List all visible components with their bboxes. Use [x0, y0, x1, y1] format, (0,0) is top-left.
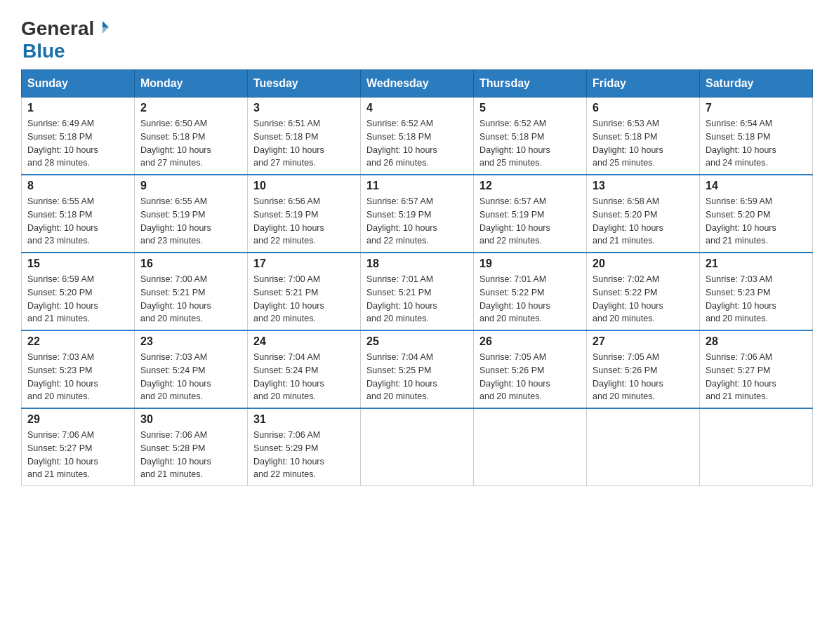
calendar-cell: 7Sunrise: 6:54 AMSunset: 5:18 PMDaylight…	[700, 98, 813, 175]
day-info: Sunrise: 7:00 AMSunset: 5:21 PMDaylight:…	[140, 273, 241, 326]
day-info: Sunrise: 6:52 AMSunset: 5:18 PMDaylight:…	[479, 117, 581, 170]
day-number: 22	[27, 335, 128, 348]
calendar-week-row: 1Sunrise: 6:49 AMSunset: 5:18 PMDaylight…	[22, 98, 813, 175]
day-number: 14	[706, 180, 807, 192]
calendar-cell: 3Sunrise: 6:51 AMSunset: 5:18 PMDaylight…	[248, 98, 361, 175]
day-number: 31	[253, 413, 355, 426]
calendar-cell: 6Sunrise: 6:53 AMSunset: 5:18 PMDaylight…	[587, 98, 700, 175]
day-number: 30	[140, 413, 241, 426]
day-of-week-header: Wednesday	[361, 70, 474, 98]
day-info: Sunrise: 6:55 AMSunset: 5:19 PMDaylight:…	[140, 195, 241, 248]
calendar-cell	[700, 408, 813, 486]
day-of-week-header: Monday	[135, 70, 248, 98]
calendar-cell: 2Sunrise: 6:50 AMSunset: 5:18 PMDaylight…	[135, 98, 248, 175]
calendar-cell: 29Sunrise: 7:06 AMSunset: 5:27 PMDayligh…	[22, 408, 135, 486]
day-info: Sunrise: 6:53 AMSunset: 5:18 PMDaylight:…	[593, 117, 694, 170]
day-number: 12	[479, 180, 581, 192]
calendar-cell: 28Sunrise: 7:06 AMSunset: 5:27 PMDayligh…	[700, 330, 813, 408]
day-number: 1	[27, 102, 128, 114]
day-info: Sunrise: 6:51 AMSunset: 5:18 PMDaylight:…	[253, 117, 355, 170]
day-info: Sunrise: 6:59 AMSunset: 5:20 PMDaylight:…	[27, 273, 128, 326]
svg-marker-0	[102, 21, 109, 27]
calendar-cell: 15Sunrise: 6:59 AMSunset: 5:20 PMDayligh…	[22, 253, 135, 330]
calendar-cell: 21Sunrise: 7:03 AMSunset: 5:23 PMDayligh…	[700, 253, 813, 330]
day-info: Sunrise: 7:03 AMSunset: 5:23 PMDaylight:…	[706, 273, 807, 326]
day-info: Sunrise: 6:59 AMSunset: 5:20 PMDaylight:…	[706, 195, 807, 248]
calendar-cell: 4Sunrise: 6:52 AMSunset: 5:18 PMDaylight…	[361, 98, 474, 175]
calendar-cell: 22Sunrise: 7:03 AMSunset: 5:23 PMDayligh…	[22, 330, 135, 408]
calendar-cell: 8Sunrise: 6:55 AMSunset: 5:18 PMDaylight…	[22, 175, 135, 253]
calendar-header-row: SundayMondayTuesdayWednesdayThursdayFrid…	[22, 70, 813, 98]
day-number: 21	[706, 257, 807, 270]
calendar-cell: 26Sunrise: 7:05 AMSunset: 5:26 PMDayligh…	[474, 330, 587, 408]
day-info: Sunrise: 6:57 AMSunset: 5:19 PMDaylight:…	[366, 195, 468, 248]
calendar-week-row: 15Sunrise: 6:59 AMSunset: 5:20 PMDayligh…	[22, 253, 813, 330]
day-number: 24	[253, 335, 355, 348]
calendar-cell: 31Sunrise: 7:06 AMSunset: 5:29 PMDayligh…	[248, 408, 361, 486]
day-info: Sunrise: 6:56 AMSunset: 5:19 PMDaylight:…	[253, 195, 355, 248]
calendar-cell: 13Sunrise: 6:58 AMSunset: 5:20 PMDayligh…	[587, 175, 700, 253]
logo: General Blue	[21, 18, 111, 62]
day-number: 27	[593, 335, 694, 348]
calendar-cell: 23Sunrise: 7:03 AMSunset: 5:24 PMDayligh…	[135, 330, 248, 408]
calendar-cell	[361, 408, 474, 486]
day-number: 4	[366, 102, 468, 114]
calendar-cell: 20Sunrise: 7:02 AMSunset: 5:22 PMDayligh…	[587, 253, 700, 330]
day-number: 20	[593, 257, 694, 270]
day-of-week-header: Tuesday	[248, 70, 361, 98]
day-number: 23	[140, 335, 241, 348]
calendar-cell: 24Sunrise: 7:04 AMSunset: 5:24 PMDayligh…	[248, 330, 361, 408]
day-number: 5	[479, 102, 581, 114]
day-number: 28	[706, 335, 807, 348]
day-info: Sunrise: 7:02 AMSunset: 5:22 PMDaylight:…	[593, 273, 694, 326]
day-info: Sunrise: 7:06 AMSunset: 5:27 PMDaylight:…	[706, 351, 807, 403]
day-info: Sunrise: 6:57 AMSunset: 5:19 PMDaylight:…	[479, 195, 581, 248]
day-number: 16	[140, 257, 241, 270]
day-info: Sunrise: 6:55 AMSunset: 5:18 PMDaylight:…	[27, 195, 128, 248]
logo-flag-icon	[95, 20, 110, 35]
day-number: 7	[706, 102, 807, 114]
calendar-cell: 1Sunrise: 6:49 AMSunset: 5:18 PMDaylight…	[22, 98, 135, 175]
calendar-cell	[587, 408, 700, 486]
logo-blue-text: Blue	[22, 40, 65, 62]
calendar-week-row: 8Sunrise: 6:55 AMSunset: 5:18 PMDaylight…	[22, 175, 813, 253]
calendar-week-row: 22Sunrise: 7:03 AMSunset: 5:23 PMDayligh…	[22, 330, 813, 408]
day-number: 3	[253, 102, 355, 114]
day-number: 18	[366, 257, 468, 270]
day-info: Sunrise: 7:03 AMSunset: 5:24 PMDaylight:…	[140, 351, 241, 403]
page-header: General Blue	[21, 14, 813, 62]
day-info: Sunrise: 6:49 AMSunset: 5:18 PMDaylight:…	[27, 117, 128, 170]
calendar-cell: 10Sunrise: 6:56 AMSunset: 5:19 PMDayligh…	[248, 175, 361, 253]
day-info: Sunrise: 7:01 AMSunset: 5:21 PMDaylight:…	[366, 273, 468, 326]
day-number: 29	[27, 413, 128, 426]
calendar-cell: 19Sunrise: 7:01 AMSunset: 5:22 PMDayligh…	[474, 253, 587, 330]
day-info: Sunrise: 7:05 AMSunset: 5:26 PMDaylight:…	[479, 351, 581, 403]
day-info: Sunrise: 6:54 AMSunset: 5:18 PMDaylight:…	[706, 117, 807, 170]
calendar-cell: 14Sunrise: 6:59 AMSunset: 5:20 PMDayligh…	[700, 175, 813, 253]
day-info: Sunrise: 7:06 AMSunset: 5:29 PMDaylight:…	[253, 429, 355, 481]
calendar-cell: 25Sunrise: 7:04 AMSunset: 5:25 PMDayligh…	[361, 330, 474, 408]
day-number: 11	[366, 180, 468, 192]
calendar-cell: 5Sunrise: 6:52 AMSunset: 5:18 PMDaylight…	[474, 98, 587, 175]
day-number: 9	[140, 180, 241, 192]
day-info: Sunrise: 7:00 AMSunset: 5:21 PMDaylight:…	[253, 273, 355, 326]
day-number: 15	[27, 257, 128, 270]
day-number: 6	[593, 102, 694, 114]
calendar-cell: 9Sunrise: 6:55 AMSunset: 5:19 PMDaylight…	[135, 175, 248, 253]
calendar-cell: 16Sunrise: 7:00 AMSunset: 5:21 PMDayligh…	[135, 253, 248, 330]
day-number: 17	[253, 257, 355, 270]
day-number: 13	[593, 180, 694, 192]
day-info: Sunrise: 7:01 AMSunset: 5:22 PMDaylight:…	[479, 273, 581, 326]
calendar-cell: 30Sunrise: 7:06 AMSunset: 5:28 PMDayligh…	[135, 408, 248, 486]
day-number: 8	[27, 180, 128, 192]
calendar-cell: 17Sunrise: 7:00 AMSunset: 5:21 PMDayligh…	[248, 253, 361, 330]
day-info: Sunrise: 7:03 AMSunset: 5:23 PMDaylight:…	[27, 351, 128, 403]
day-number: 10	[253, 180, 355, 192]
day-of-week-header: Sunday	[22, 70, 135, 98]
calendar-table: SundayMondayTuesdayWednesdayThursdayFrid…	[21, 69, 813, 486]
day-of-week-header: Saturday	[700, 70, 813, 98]
day-of-week-header: Thursday	[474, 70, 587, 98]
day-number: 19	[479, 257, 581, 270]
calendar-cell: 27Sunrise: 7:05 AMSunset: 5:26 PMDayligh…	[587, 330, 700, 408]
calendar-cell: 12Sunrise: 6:57 AMSunset: 5:19 PMDayligh…	[474, 175, 587, 253]
